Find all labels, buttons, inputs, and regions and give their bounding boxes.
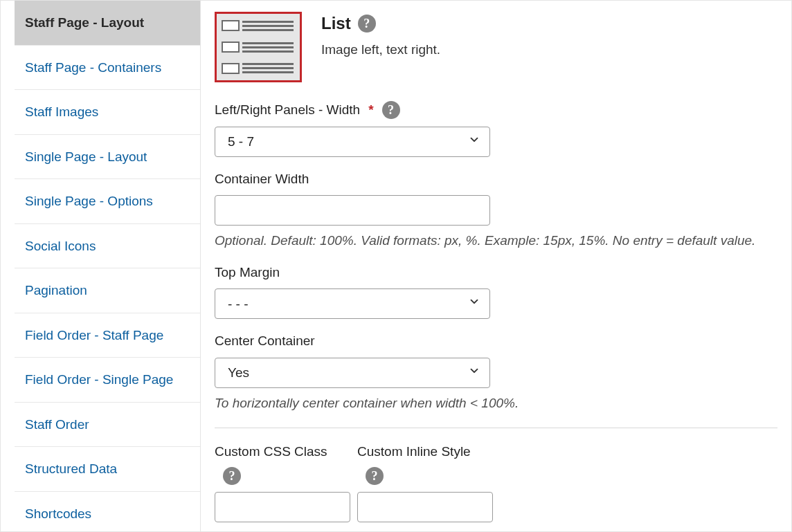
sidebar-item-label: Single Page - Options: [25, 194, 153, 208]
panels-width-select-wrap: 5 - 7: [215, 127, 490, 157]
sidebar-item-label: Pagination: [25, 283, 87, 297]
help-icon[interactable]: ?: [223, 467, 241, 485]
sidebar-item-label: Shortcodes: [25, 506, 91, 521]
helper-text: Optional. Default: 100%. Valid formats: …: [215, 231, 777, 250]
label-text: Left/Right Panels - Width: [215, 100, 360, 120]
field-label: Center Container: [215, 331, 777, 351]
top-margin-select-wrap: - - -: [215, 288, 490, 319]
settings-content: List ? Image left, text right. Left/Righ…: [201, 1, 791, 531]
settings-page: Staff Page - Layout Staff Page - Contain…: [0, 0, 792, 532]
sidebar-item-staff-images[interactable]: Staff Images: [15, 90, 200, 135]
sidebar-item-social-icons[interactable]: Social Icons: [15, 224, 200, 269]
sidebar-item-staff-order[interactable]: Staff Order: [15, 403, 200, 448]
sidebar-item-field-order-single-page[interactable]: Field Order - Single Page: [15, 358, 200, 403]
custom-inline-style-input[interactable]: [357, 492, 493, 522]
sidebar-item-label: Staff Page - Containers: [25, 60, 161, 75]
panels-width-select[interactable]: 5 - 7: [215, 127, 490, 157]
label-text: Custom Inline Style: [357, 442, 471, 461]
field-center-container: Center Container Yes To horizontally cen…: [215, 331, 777, 412]
layout-description: Image left, text right.: [321, 40, 440, 59]
sidebar-item-label: Structured Data: [25, 461, 117, 476]
custom-css-class-input[interactable]: [215, 492, 350, 522]
field-label: Left/Right Panels - Width * ?: [215, 100, 777, 120]
label-text: Center Container: [215, 331, 315, 351]
label-text: Container Width: [215, 169, 309, 189]
required-indicator: *: [368, 100, 373, 120]
help-icon[interactable]: ?: [382, 101, 400, 119]
center-container-select-wrap: Yes: [215, 358, 490, 388]
label-text: Top Margin: [215, 263, 280, 282]
field-panels-width: Left/Right Panels - Width * ? 5 - 7: [215, 100, 777, 157]
field-top-margin: Top Margin - - -: [215, 263, 777, 320]
sidebar-item-label: Social Icons: [25, 239, 96, 253]
layout-title: List ?: [321, 12, 440, 36]
label-text: Custom CSS Class: [215, 442, 327, 461]
layout-title-text: List: [321, 12, 351, 36]
center-container-select[interactable]: Yes: [215, 358, 490, 388]
sidebar-item-staff-page-layout[interactable]: Staff Page - Layout: [15, 1, 200, 46]
section-divider: [215, 428, 777, 428]
container-width-input[interactable]: [215, 195, 490, 226]
help-icon[interactable]: ?: [366, 467, 384, 485]
sidebar-item-shortcodes[interactable]: Shortcodes: [15, 492, 200, 532]
sidebar-item-staff-page-containers[interactable]: Staff Page - Containers: [15, 46, 200, 91]
sidebar-item-label: Single Page - Layout: [25, 149, 147, 164]
field-custom-inline-style: Custom Inline Style ?: [357, 442, 493, 522]
settings-tabs-sidebar: Staff Page - Layout Staff Page - Contain…: [15, 1, 201, 531]
helper-text: To horizontally center container when wi…: [215, 394, 777, 413]
field-label: Custom CSS Class: [215, 442, 350, 461]
list-layout-thumbnail: [215, 12, 302, 82]
sidebar-item-label: Field Order - Single Page: [25, 372, 173, 387]
field-custom-css-class: Custom CSS Class ?: [215, 442, 350, 522]
field-container-width: Container Width Optional. Default: 100%.…: [215, 169, 777, 250]
sidebar-item-label: Staff Images: [25, 104, 98, 119]
sidebar-item-single-page-options[interactable]: Single Page - Options: [15, 179, 200, 224]
layout-preview-header: List ? Image left, text right.: [215, 12, 777, 82]
sidebar-item-field-order-staff-page[interactable]: Field Order - Staff Page: [15, 313, 200, 358]
sidebar-item-label: Staff Order: [25, 417, 89, 432]
sidebar-item-label: Field Order - Staff Page: [25, 328, 163, 342]
layout-preview-text: List ? Image left, text right.: [321, 12, 440, 59]
top-margin-select[interactable]: - - -: [215, 288, 490, 319]
custom-css-row: Custom CSS Class ? Custom Inline Style ?: [215, 442, 777, 522]
sidebar-item-label: Staff Page - Layout: [25, 15, 144, 30]
field-label: Top Margin: [215, 263, 777, 282]
sidebar-item-single-page-layout[interactable]: Single Page - Layout: [15, 135, 200, 180]
field-label: Custom Inline Style: [357, 442, 493, 461]
field-label: Container Width: [215, 169, 777, 189]
sidebar-item-pagination[interactable]: Pagination: [15, 268, 200, 313]
sidebar-item-structured-data[interactable]: Structured Data: [15, 447, 200, 492]
help-icon[interactable]: ?: [358, 15, 376, 33]
